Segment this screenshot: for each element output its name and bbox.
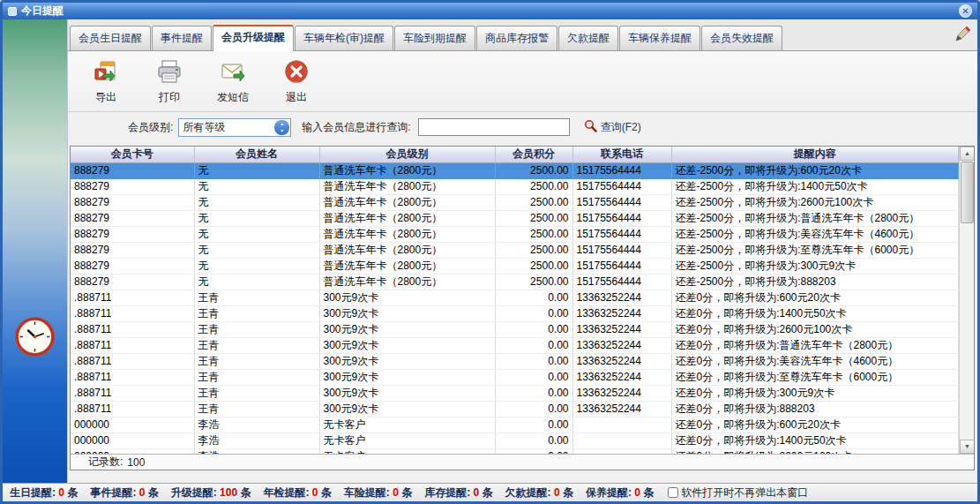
col-header-points[interactable]: 会员积分 (495, 147, 572, 162)
sms-label: 发短信 (217, 90, 249, 105)
status-item: 欠款提醒: 0 条 (505, 485, 573, 500)
tab-maintenance[interactable]: 车辆保养提醒 (619, 26, 700, 50)
table-cell: 王青 (194, 353, 319, 369)
status-item: 年检提醒: 0 条 (263, 485, 331, 500)
record-count-row: 记录数: 100 (71, 454, 974, 470)
table-row[interactable]: .888711王青300元9次卡0.0013363252244还差0分，即将升级… (71, 369, 959, 385)
table-cell: 还差0分，即将升级为:美容洗车年卡（4600元） (671, 353, 959, 369)
status-bar: 生日提醒: 0 条事件提醒: 0 条升级提醒: 100 条年检提醒: 0 条车险… (3, 483, 977, 501)
table-row[interactable]: .888711王青300元9次卡0.0013363252244还差0分，即将升级… (71, 353, 959, 369)
table-cell: 15175564444 (572, 258, 671, 274)
tab-strip: 会员生日提醒 事件提醒 会员升级提醒 车辆年检(审)提醒 车险到期提醒 商品库存… (68, 19, 977, 51)
table-row[interactable]: 888279无普通洗车年卡（2800元）2500.0015175564444还差… (71, 226, 959, 242)
tab-event[interactable]: 事件提醒 (152, 26, 212, 50)
level-combobox[interactable]: 所有等级 ▲▼ (178, 118, 291, 137)
table-cell: 300元9次卡 (319, 305, 495, 321)
export-button[interactable]: 导出 (80, 56, 131, 107)
table-cell: 王青 (194, 321, 319, 337)
vertical-scrollbar[interactable]: ▲ ▼ (959, 147, 974, 454)
table-row[interactable]: .888711王青300元9次卡0.0013363252244还差0分，即将升级… (71, 401, 959, 417)
close-icon[interactable]: ✕ (959, 4, 972, 18)
table-cell: 0.00 (495, 401, 572, 417)
table-row[interactable]: 000000李浩无卡客户0.00还差0分，即将升级为:2600元100次卡 (71, 448, 959, 454)
spinner-icon[interactable]: ▲▼ (274, 120, 289, 135)
table-cell: 王青 (194, 401, 319, 417)
no-popup-checkbox[interactable] (668, 487, 678, 498)
table-row[interactable]: 888279无普通洗车年卡（2800元）2500.0015175564444还差… (71, 162, 959, 178)
table-cell: 无 (194, 274, 319, 290)
query-label: 查询(F2) (601, 120, 641, 135)
table-cell: 王青 (194, 385, 319, 401)
table-cell: 无 (194, 178, 319, 194)
table-cell: 王青 (194, 337, 319, 353)
print-icon (156, 58, 183, 87)
scroll-down-icon[interactable]: ▼ (960, 440, 974, 454)
table-cell: 13363252244 (572, 369, 671, 385)
table-row[interactable]: 888279无普通洗车年卡（2800元）2500.0015175564444还差… (71, 242, 959, 258)
table-cell: .888711 (71, 290, 194, 305)
table-cell: 0.00 (495, 353, 572, 369)
table-cell: 0.00 (495, 385, 572, 401)
table-cell: 0.00 (495, 305, 572, 321)
window-icon (8, 7, 17, 16)
sms-button[interactable]: 发短信 (207, 56, 258, 107)
exit-icon (283, 58, 310, 87)
table-cell: .888711 (71, 369, 194, 385)
record-count-label: 记录数: (88, 455, 123, 470)
tab-inventory[interactable]: 商品库存报警 (476, 26, 557, 50)
table-row[interactable]: 888279无普通洗车年卡（2800元）2500.0015175564444还差… (71, 178, 959, 194)
table-cell: 无 (194, 242, 319, 258)
status-item: 库存提醒: 0 条 (424, 485, 492, 500)
tab-birthday[interactable]: 会员生日提醒 (70, 26, 151, 50)
tab-upgrade[interactable]: 会员升级提醒 (213, 25, 294, 51)
scroll-up-icon[interactable]: ▲ (960, 147, 974, 161)
table-cell: 0.00 (495, 290, 572, 305)
print-button[interactable]: 打印 (144, 56, 195, 107)
exit-button[interactable]: 退出 (271, 56, 322, 107)
table-row[interactable]: 888279无普通洗车年卡（2800元）2500.0015175564444还差… (71, 210, 959, 226)
tab-insurance[interactable]: 车险到期提醒 (394, 26, 475, 50)
table-cell: 300元9次卡 (319, 290, 495, 305)
table-cell: 还差0分，即将升级为:1400元50次卡 (671, 305, 959, 321)
table-row[interactable]: 888279无普通洗车年卡（2800元）2500.0015175564444还差… (71, 258, 959, 274)
table-row[interactable]: 888279无普通洗车年卡（2800元）2500.0015175564444还差… (71, 194, 959, 210)
table-cell: 还差0分，即将升级为:1400元50次卡 (671, 433, 959, 448)
table-cell: 无 (194, 194, 319, 210)
query-button[interactable]: 查询(F2) (584, 119, 641, 135)
table-cell: 2500.00 (495, 210, 572, 226)
table-cell: 无卡客户 (319, 417, 495, 433)
table-cell: 15175564444 (572, 274, 671, 290)
sms-icon (220, 58, 246, 87)
table-cell: .888711 (71, 401, 194, 417)
table-row[interactable]: .888711王青300元9次卡0.0013363252244还差0分，即将升级… (71, 337, 959, 353)
table-cell: 无卡客户 (319, 448, 495, 454)
table-row[interactable]: 000000李浩无卡客户0.00还差0分，即将升级为:1400元50次卡 (71, 433, 959, 448)
table-row[interactable]: .888711王青300元9次卡0.0013363252244还差0分，即将升级… (71, 385, 959, 401)
table-cell: 888279 (71, 258, 194, 274)
table-cell: 888279 (71, 162, 194, 178)
sidebar-gradient-panel (3, 19, 67, 483)
tab-debt[interactable]: 欠款提醒 (558, 26, 618, 50)
table-cell: 13363252244 (572, 385, 671, 401)
col-header-card[interactable]: 会员卡号 (71, 147, 194, 162)
pen-icon[interactable] (953, 25, 972, 44)
col-header-phone[interactable]: 联系电话 (572, 147, 671, 162)
table-cell: 15175564444 (572, 194, 671, 210)
table-row[interactable]: 888279无普通洗车年卡（2800元）2500.0015175564444还差… (71, 274, 959, 290)
col-header-level[interactable]: 会员级别 (319, 147, 495, 162)
status-item: 升级提醒: 100 条 (171, 485, 251, 500)
table-cell: .888711 (71, 305, 194, 321)
table-cell: 还差-2500分，即将升级为:2600元100次卡 (671, 194, 959, 210)
col-header-content[interactable]: 提醒内容 (671, 147, 959, 162)
table-cell: 普通洗车年卡（2800元） (319, 226, 495, 242)
col-header-name[interactable]: 会员姓名 (194, 147, 319, 162)
tab-inspection[interactable]: 车辆年检(审)提醒 (295, 26, 393, 50)
table-cell: 888279 (71, 178, 194, 194)
table-row[interactable]: .888711王青300元9次卡0.0013363252244还差0分，即将升级… (71, 321, 959, 337)
scrollbar-thumb[interactable] (961, 162, 974, 223)
table-row[interactable]: .888711王青300元9次卡0.0013363252244还差0分，即将升级… (71, 305, 959, 321)
table-row[interactable]: .888711王青300元9次卡0.0013363252244还差0分，即将升级… (71, 290, 959, 305)
search-input[interactable] (418, 118, 570, 136)
table-row[interactable]: 000000李浩无卡客户0.00还差0分，即将升级为:600元20次卡 (71, 417, 959, 433)
tab-expiry[interactable]: 会员失效提醒 (701, 26, 782, 50)
